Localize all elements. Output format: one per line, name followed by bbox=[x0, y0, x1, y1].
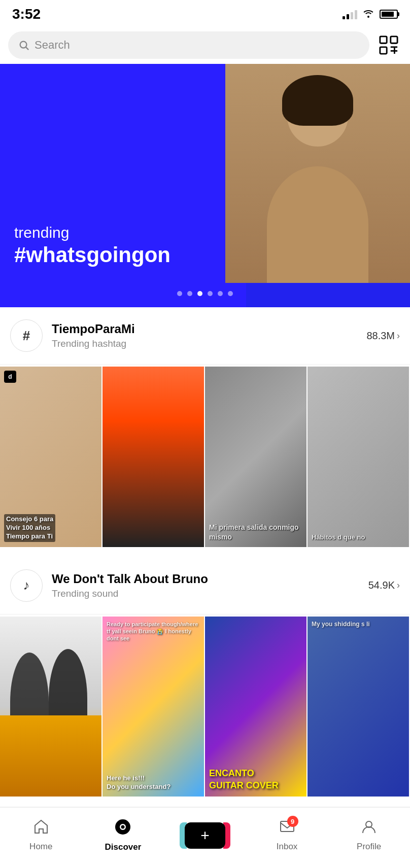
add-plus-icon: + bbox=[200, 827, 210, 844]
video-text-1-3: Mi primera salida conmigo mismo bbox=[209, 523, 304, 542]
video-text-2-2: Ready to participate though/where tf yal… bbox=[107, 621, 202, 642]
trending-count-2: 54.9K › bbox=[368, 580, 400, 591]
dot-6[interactable] bbox=[228, 291, 233, 296]
nav-profile-label: Profile bbox=[357, 842, 381, 852]
dot-5[interactable] bbox=[218, 291, 223, 296]
pagination-dots bbox=[0, 291, 410, 296]
tiktok-logo: d bbox=[4, 371, 16, 383]
video-thumb-1-1[interactable]: d Consejo 6 paraVivir 100 añosTiempo par… bbox=[0, 367, 101, 547]
svg-line-1 bbox=[26, 47, 28, 50]
search-placeholder: Search bbox=[35, 39, 70, 52]
status-bar: 3:52 bbox=[0, 0, 410, 26]
hero-banner[interactable]: trending #whatsgoingon bbox=[0, 64, 410, 307]
trending-name-1: TiempoParaMi bbox=[52, 322, 366, 336]
video-text-1-1: Consejo 6 paraVivir 100 añosTiempo para … bbox=[4, 514, 99, 542]
dot-3[interactable] bbox=[197, 291, 202, 296]
bottom-nav: Home Discover + 9 bbox=[0, 807, 410, 868]
trending-name-2: We Don't Talk About Bruno bbox=[52, 572, 368, 586]
nav-inbox-label: Inbox bbox=[277, 842, 298, 852]
hero-person-image bbox=[225, 64, 410, 283]
trending-count-1: 88.3M › bbox=[366, 330, 400, 342]
video-text-2-2b: Here he is!!!Do you understand? bbox=[107, 774, 202, 791]
search-container: Search bbox=[0, 26, 410, 64]
trending-type-2: Trending sound bbox=[52, 588, 368, 599]
video-thumb-1-2[interactable] bbox=[102, 367, 204, 547]
status-icons bbox=[343, 9, 398, 20]
inbox-icon: 9 bbox=[279, 819, 295, 839]
add-button[interactable]: + bbox=[185, 822, 225, 849]
video-grid-2: Ready to participate though/where tf yal… bbox=[0, 614, 410, 807]
hashtag-icon-1: # bbox=[10, 319, 43, 352]
video-thumb-2-3[interactable]: ENCANTOGUITAR COVER bbox=[205, 617, 306, 797]
trending-type-1: Trending hashtag bbox=[52, 338, 366, 349]
hero-left: trending #whatsgoingon bbox=[0, 64, 246, 307]
video-text-2-3: ENCANTOGUITAR COVER bbox=[209, 768, 304, 791]
hero-trending-label: trending bbox=[14, 224, 232, 241]
svg-point-0 bbox=[20, 42, 27, 48]
video-text-1-4: Hábitos d que no bbox=[312, 533, 407, 542]
trending-info-1: TiempoParaMi Trending hashtag bbox=[52, 322, 366, 349]
music-icon-2: ♪ bbox=[10, 569, 43, 602]
dot-2[interactable] bbox=[187, 291, 192, 296]
search-icon bbox=[18, 40, 29, 51]
hero-image bbox=[225, 64, 410, 283]
nav-inbox[interactable]: 9 Inbox bbox=[262, 819, 313, 852]
chevron-right-icon-1: › bbox=[397, 331, 400, 341]
video-text-2-4: My you shidding s li bbox=[312, 621, 407, 629]
video-thumb-2-1[interactable] bbox=[0, 617, 101, 797]
video-thumb-1-4[interactable]: Hábitos d que no bbox=[308, 367, 409, 547]
signal-icon bbox=[343, 9, 357, 19]
svg-rect-2 bbox=[380, 37, 387, 43]
trending-item-2[interactable]: ♪ We Don't Talk About Bruno Trending sou… bbox=[0, 557, 410, 614]
trending-info-2: We Don't Talk About Bruno Trending sound bbox=[52, 572, 368, 599]
chevron-right-icon-2: › bbox=[397, 580, 400, 591]
svg-point-11 bbox=[121, 825, 125, 829]
nav-add[interactable]: + bbox=[180, 822, 230, 849]
hero-hashtag: #whatsgoingon bbox=[14, 243, 232, 267]
search-bar[interactable]: Search bbox=[8, 31, 369, 59]
dot-4[interactable] bbox=[208, 291, 213, 296]
dot-1[interactable] bbox=[177, 291, 182, 296]
inbox-badge: 9 bbox=[287, 816, 298, 827]
svg-rect-4 bbox=[380, 47, 387, 54]
video-thumb-2-4[interactable]: My you shidding s li bbox=[308, 617, 409, 797]
trending-section: # TiempoParaMi Trending hashtag 88.3M › … bbox=[0, 307, 410, 850]
nav-profile[interactable]: Profile bbox=[344, 819, 394, 852]
scan-button[interactable] bbox=[375, 32, 402, 58]
home-icon bbox=[33, 819, 49, 839]
svg-rect-3 bbox=[391, 37, 397, 43]
trending-item-1[interactable]: # TiempoParaMi Trending hashtag 88.3M › bbox=[0, 307, 410, 365]
profile-icon bbox=[361, 819, 377, 839]
discover-icon bbox=[114, 818, 131, 839]
status-time: 3:52 bbox=[12, 6, 41, 22]
video-thumb-2-2[interactable]: Ready to participate though/where tf yal… bbox=[102, 617, 204, 797]
nav-home-label: Home bbox=[29, 842, 52, 852]
nav-home[interactable]: Home bbox=[16, 819, 66, 852]
nav-discover-label: Discover bbox=[105, 842, 141, 852]
wifi-icon bbox=[362, 9, 374, 20]
video-grid-1: d Consejo 6 paraVivir 100 añosTiempo par… bbox=[0, 365, 410, 557]
video-thumb-1-3[interactable]: Mi primera salida conmigo mismo bbox=[205, 367, 306, 547]
nav-discover[interactable]: Discover bbox=[97, 818, 148, 852]
battery-icon bbox=[380, 10, 398, 19]
